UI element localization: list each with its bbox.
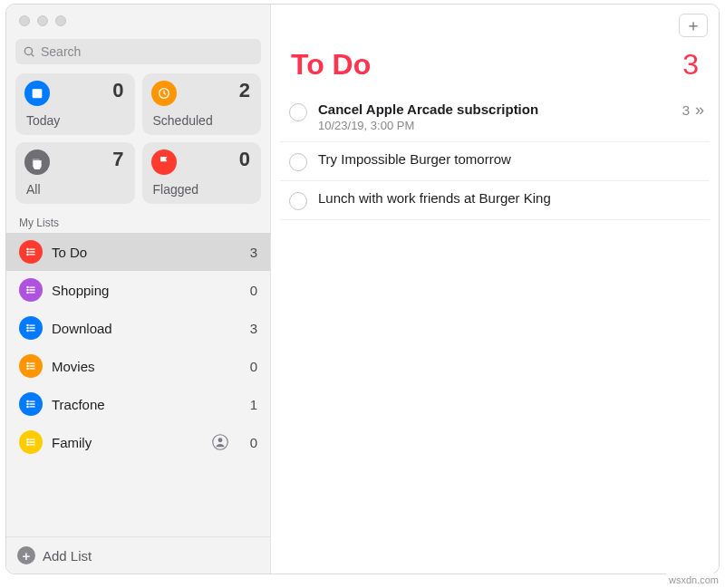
- smart-list-label: All: [26, 182, 41, 197]
- list-title: To Do: [291, 48, 682, 82]
- today-icon: [24, 81, 50, 106]
- complete-checkbox[interactable]: [289, 153, 307, 171]
- smart-list-label: Today: [26, 113, 60, 128]
- reminder-items: Cancel Apple Arcade subscription10/23/19…: [271, 92, 719, 220]
- reminder-title: Lunch with work friends at Burger King: [318, 190, 704, 206]
- list-name: To Do: [52, 245, 230, 260]
- reminder-item[interactable]: Try Impossible Burger tomorrow: [280, 142, 710, 181]
- smart-list-today[interactable]: 0Today: [15, 73, 135, 135]
- search-icon: [23, 45, 35, 58]
- list-icon: [19, 430, 43, 454]
- scheduled-icon: [151, 81, 177, 106]
- smart-list-count: 0: [112, 79, 123, 102]
- flagged-icon: [151, 149, 177, 175]
- list-name: Download: [52, 321, 230, 336]
- list-count: 1: [239, 397, 257, 412]
- reminder-item[interactable]: Cancel Apple Arcade subscription10/23/19…: [280, 92, 710, 142]
- svg-point-5: [27, 249, 28, 250]
- svg-point-15: [27, 292, 28, 293]
- svg-point-31: [27, 403, 28, 404]
- list-name: Family: [52, 435, 203, 450]
- list-count: 3: [239, 245, 257, 260]
- main-panel: ＋ To Do 3 Cancel Apple Arcade subscripti…: [271, 5, 719, 574]
- reminder-title: Try Impossible Burger tomorrow: [318, 151, 704, 167]
- svg-point-27: [27, 368, 28, 369]
- close-window-button[interactable]: [19, 15, 30, 26]
- svg-point-33: [27, 406, 28, 407]
- list-count: 0: [239, 359, 257, 374]
- list-icon: [19, 278, 43, 302]
- list-row-tracfone[interactable]: Tracfone1: [6, 385, 270, 423]
- list-count: 0: [239, 435, 257, 450]
- smart-list-scheduled[interactable]: 2Scheduled: [142, 73, 262, 135]
- my-lists-header: My Lists: [6, 211, 270, 233]
- smart-list-all[interactable]: 7All: [15, 142, 135, 204]
- zoom-window-button[interactable]: [55, 15, 66, 26]
- attribution-text: wsxdn.com: [666, 574, 721, 586]
- smart-list-count: 0: [239, 148, 250, 171]
- list-row-todo[interactable]: To Do3: [6, 233, 270, 271]
- smart-list-flagged[interactable]: 0Flagged: [142, 142, 262, 204]
- svg-point-0: [24, 47, 32, 54]
- list-row-family[interactable]: Family0: [6, 423, 270, 461]
- complete-checkbox[interactable]: [289, 192, 307, 210]
- list-count: 0: [239, 283, 257, 298]
- list-count: 3: [682, 48, 699, 82]
- svg-rect-3: [33, 89, 43, 92]
- svg-point-39: [27, 444, 28, 445]
- shared-icon: [212, 434, 228, 450]
- svg-point-42: [218, 438, 223, 442]
- svg-line-1: [32, 54, 34, 57]
- svg-point-37: [27, 441, 28, 442]
- svg-point-11: [27, 287, 28, 288]
- svg-point-25: [27, 365, 28, 366]
- sidebar: 0Today2Scheduled7All0Flagged My Lists To…: [6, 5, 271, 574]
- svg-point-13: [27, 289, 28, 290]
- smart-list-label: Scheduled: [153, 113, 213, 128]
- app-window: 0Today2Scheduled7All0Flagged My Lists To…: [5, 4, 720, 574]
- reminder-item[interactable]: Lunch with work friends at Burger King: [280, 181, 710, 220]
- window-controls: [6, 5, 270, 34]
- svg-point-29: [27, 401, 28, 402]
- minimize-window-button[interactable]: [37, 15, 48, 26]
- list-icon: [19, 240, 43, 264]
- list-icon: [19, 316, 43, 340]
- svg-point-19: [27, 327, 28, 328]
- plus-icon: +: [17, 546, 35, 564]
- list-icon: [19, 392, 43, 416]
- svg-point-9: [27, 254, 28, 255]
- svg-point-21: [27, 330, 28, 331]
- list-name: Movies: [52, 359, 230, 374]
- plus-icon: ＋: [685, 17, 701, 34]
- reminder-subtitle: 10/23/19, 3:00 PM: [318, 119, 672, 132]
- svg-point-23: [27, 363, 28, 364]
- all-icon: [24, 149, 50, 175]
- add-list-button[interactable]: + Add List: [6, 536, 270, 574]
- smart-list-label: Flagged: [153, 182, 199, 197]
- chevron-right-icon: »: [695, 101, 704, 118]
- add-list-label: Add List: [43, 548, 92, 564]
- reminder-title: Cancel Apple Arcade subscription: [318, 101, 672, 117]
- complete-checkbox[interactable]: [289, 103, 307, 121]
- subtask-count: 3: [682, 102, 690, 118]
- lists-container: To Do3Shopping0Download3Movies0Tracfone1…: [6, 233, 270, 536]
- list-row-shopping[interactable]: Shopping0: [6, 271, 270, 309]
- list-count: 3: [239, 321, 257, 336]
- list-icon: [19, 354, 43, 378]
- reminder-meta: 3»: [682, 101, 704, 118]
- smart-lists-grid: 0Today2Scheduled7All0Flagged: [6, 73, 270, 211]
- smart-list-count: 7: [112, 148, 123, 171]
- svg-point-17: [27, 325, 28, 326]
- list-row-download[interactable]: Download3: [6, 309, 270, 347]
- list-row-movies[interactable]: Movies0: [6, 347, 270, 385]
- svg-point-35: [27, 439, 28, 440]
- svg-point-7: [27, 251, 28, 252]
- search-input[interactable]: [41, 44, 254, 59]
- list-name: Shopping: [52, 283, 230, 298]
- search-field[interactable]: [15, 39, 261, 64]
- add-reminder-button[interactable]: ＋: [679, 14, 708, 37]
- list-name: Tracfone: [52, 397, 230, 412]
- smart-list-count: 2: [239, 79, 250, 102]
